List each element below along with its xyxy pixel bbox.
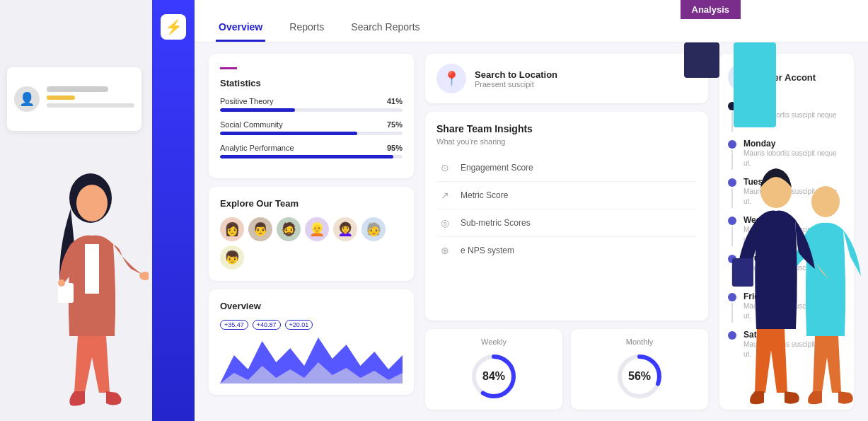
metric-icon: ↗	[436, 187, 453, 204]
insights-title: Share Team Insights	[436, 123, 697, 134]
days-list: SundayMauris lobortis suscipit neque ut.…	[728, 100, 845, 359]
location-icon: 📍	[436, 64, 466, 93]
nav-reports[interactable]: Reports	[287, 14, 327, 42]
overview-label-2: +20.01	[285, 320, 313, 330]
weekly-card: Weekly 84%	[425, 329, 562, 410]
avatar-6[interactable]: 👦	[220, 246, 244, 270]
avatar-5[interactable]: 🧓	[361, 217, 386, 241]
stat-label-1: Social Community	[220, 120, 283, 129]
submetric-icon: ◎	[436, 214, 453, 231]
monthly-label: Monthly	[626, 338, 654, 346]
monday-desc: Mauris lobortis suscipit neque ut.	[743, 149, 845, 168]
location-title: Search to Location	[475, 69, 557, 80]
stat-bar-2	[220, 155, 393, 158]
accent-bar	[220, 67, 237, 69]
overview-card: Overview +35.47 +40.87 +20.01	[209, 289, 414, 395]
day-friday: FridayMauris lobortis suscipit neque ut.	[728, 292, 845, 323]
overview-title: Overview	[220, 301, 403, 311]
stat-label-2: Analytic Performance	[220, 144, 294, 152]
stat-bar-1	[220, 132, 357, 135]
monthly-donut: 56%	[615, 352, 664, 401]
stat-positive-theory: Positive Theory 41%	[220, 97, 403, 112]
insights-card: Share Team Insights What you're sharing …	[425, 112, 708, 321]
svg-point-4	[58, 279, 65, 287]
deco-cyan-box	[734, 42, 776, 127]
nav-overview[interactable]: Overview	[216, 14, 265, 42]
saturday-dot	[728, 331, 736, 340]
avatar-3[interactable]: 👱	[305, 217, 329, 241]
stat-bar-0	[220, 108, 295, 112]
team-title: Explore Our Team	[220, 198, 403, 209]
left-column: Statistics Positive Theory 41% Social Co…	[209, 54, 414, 410]
sidebar: ⚡	[152, 0, 195, 421]
insight-nps[interactable]: ⊕ e NPS system	[436, 237, 697, 264]
tuesday-name: Tuesday	[743, 177, 845, 187]
overview-labels: +35.47 +40.87 +20.01	[220, 320, 403, 330]
day-wednesday: WednesdayMauris lobortis suscipit neque …	[728, 215, 845, 246]
nav-search-reports[interactable]: Search Reports	[348, 14, 422, 42]
stat-pct-0: 41%	[387, 97, 403, 105]
left-preview-card: 👤	[7, 67, 141, 131]
insight-label-3: e NPS system	[461, 246, 514, 255]
insight-label-0: Engagement Score	[461, 163, 533, 173]
avatar-0[interactable]: 👩	[220, 217, 244, 241]
weekly-pct: 84%	[482, 370, 505, 383]
monthly-card: Monthly 56%	[571, 329, 708, 410]
donut-row: Weekly 84% Monthly	[425, 329, 708, 410]
friday-dot	[728, 293, 736, 301]
nps-icon: ⊕	[436, 242, 453, 259]
weekly-label: Weekly	[481, 338, 507, 346]
location-card: 📍 Search to Location Praesent suscipit	[425, 54, 708, 103]
day-monday: MondayMauris lobortis suscipit neque ut.	[728, 139, 845, 170]
monday-name: Monday	[743, 139, 845, 149]
preview-avatar: 👤	[14, 86, 40, 112]
statistics-card: Statistics Positive Theory 41% Social Co…	[209, 54, 414, 178]
insight-label-1: Metric Score	[461, 190, 508, 200]
thursday-name: Thursday	[743, 253, 845, 263]
day-saturday: SaturdayMauris lobortis suscipit neque u…	[728, 330, 845, 359]
team-avatars: 👩 👨 🧔 👱 👩‍🦱 🧓 👦	[220, 217, 403, 270]
stat-social-community: Social Community 75%	[220, 120, 403, 135]
wednesday-dot	[728, 217, 736, 225]
wednesday-name: Wednesday	[743, 215, 845, 225]
stat-label-0: Positive Theory	[220, 97, 274, 105]
overview-label-0: +35.47	[220, 320, 248, 330]
statistics-title: Statistics	[220, 78, 403, 88]
analysis-badge: Analysis	[681, 0, 741, 19]
insight-label-2: Sub-metric Scores	[461, 218, 531, 228]
svg-point-2	[139, 272, 149, 280]
preview-lines	[47, 86, 134, 112]
saturday-desc: Mauris lobortis suscipit neque ut.	[743, 340, 845, 359]
wednesday-desc: Mauris lobortis suscipit neque ut.	[743, 225, 845, 245]
thursday-desc: Mauris lobortis suscipit neque ut.	[743, 263, 845, 283]
tuesday-dot	[728, 178, 736, 187]
friday-name: Friday	[743, 292, 845, 301]
svg-point-1	[76, 185, 108, 221]
day-thursday: ThursdayMauris lobortis suscipit neque u…	[728, 253, 845, 284]
stat-pct-2: 95%	[387, 144, 403, 152]
stat-pct-1: 75%	[387, 120, 403, 129]
weekly-donut: 84%	[469, 352, 519, 401]
monthly-pct: 56%	[628, 370, 651, 383]
tuesday-desc: Mauris lobortis suscipit neque ut.	[743, 187, 845, 207]
sidebar-logo[interactable]: ⚡	[161, 14, 186, 40]
insights-subtitle: What you're sharing	[436, 137, 697, 146]
day-tuesday: TuesdayMauris lobortis suscipit neque ut…	[728, 177, 845, 208]
overview-chart	[220, 334, 403, 383]
location-text: Search to Location Praesent suscipit	[475, 69, 557, 88]
top-nav: Overview Reports Search Reports	[195, 0, 868, 42]
stat-analytic-performance: Analytic Performance 95%	[220, 144, 403, 158]
avatar-4[interactable]: 👩‍🦱	[333, 217, 357, 241]
deco-dark-box	[684, 42, 719, 78]
overview-label-1: +40.87	[253, 320, 281, 330]
avatar-1[interactable]: 👨	[248, 217, 272, 241]
engagement-icon: ⊙	[436, 159, 453, 176]
thursday-dot	[728, 255, 736, 263]
insight-metric[interactable]: ↗ Metric Score	[436, 182, 697, 209]
avatar-2[interactable]: 🧔	[277, 217, 301, 241]
insight-submetric[interactable]: ◎ Sub-metric Scores	[436, 209, 697, 237]
location-subtitle: Praesent suscipit	[475, 80, 557, 88]
monday-dot	[728, 140, 736, 149]
insight-engagement[interactable]: ⊙ Engagement Score	[436, 154, 697, 182]
friday-desc: Mauris lobortis suscipit neque ut.	[743, 301, 845, 321]
